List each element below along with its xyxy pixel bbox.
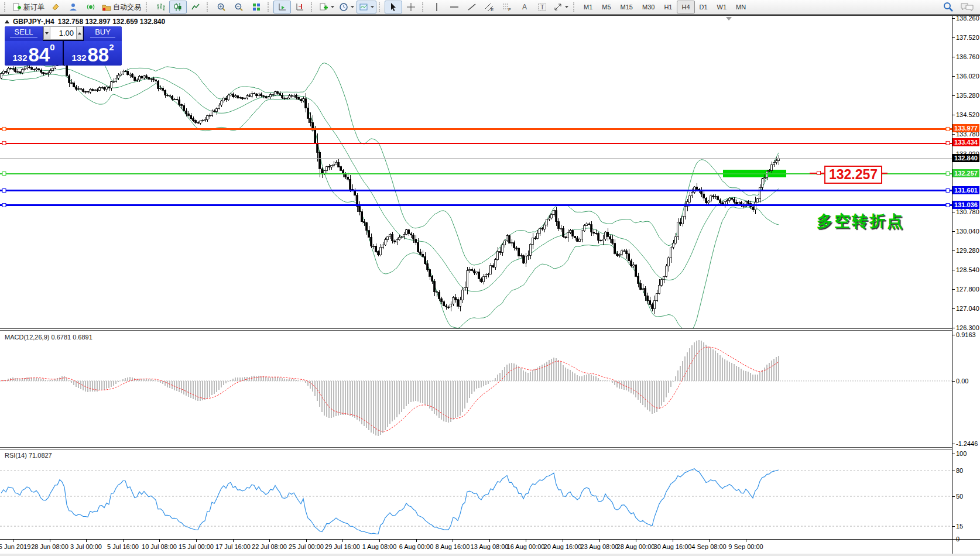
rsi-tick-mark	[952, 526, 955, 527]
price-tick-mark	[952, 115, 955, 115]
charts-button[interactable]	[47, 1, 64, 13]
signals-button[interactable]	[82, 1, 100, 13]
auto-trading-label: 自动交易	[113, 2, 141, 12]
time-tick-mark	[50, 539, 50, 542]
line-handle[interactable]	[2, 172, 6, 176]
candlestick-chart-icon	[173, 2, 183, 12]
timeframe-button-w1[interactable]: W1	[712, 1, 732, 13]
macd-pane[interactable]	[0, 331, 952, 447]
time-tick-mark	[196, 539, 197, 542]
line-handle[interactable]	[2, 204, 6, 207]
text-label-tool-button[interactable]: T	[533, 1, 551, 13]
turning-point-note[interactable]: 多空转折点	[817, 211, 904, 232]
buy-button[interactable]: BUY	[84, 26, 122, 41]
timeframe-toolbar: M1M5M15M30H1H4D1W1MN	[579, 1, 751, 13]
volume-decrease-button[interactable]	[43, 26, 50, 40]
time-axis-line	[0, 539, 980, 540]
arrows-tool-button[interactable]	[551, 1, 571, 13]
text-letter: A	[522, 3, 527, 11]
time-axis-label: 23 Aug 08:00	[581, 543, 619, 550]
line-handle[interactable]	[946, 141, 950, 145]
volume-input[interactable]	[50, 26, 76, 40]
line-handle[interactable]	[946, 172, 950, 176]
vertical-line-icon	[433, 2, 441, 12]
rsi-tick-mark	[952, 496, 955, 497]
sell-price-button[interactable]: 132 84 0	[5, 41, 63, 66]
sell-button[interactable]: SELL	[5, 26, 43, 41]
timeframe-button-d1[interactable]: D1	[695, 1, 712, 13]
line-chart-button[interactable]	[187, 1, 204, 13]
timeframe-button-m15[interactable]: M15	[616, 1, 638, 13]
candles	[1, 59, 780, 315]
horizontal-line-tool-button[interactable]	[446, 1, 463, 13]
rsi-indicator-label: RSI(14) 71.0827	[5, 452, 52, 459]
zoom-in-button[interactable]	[213, 1, 230, 13]
line-handle[interactable]	[946, 189, 950, 193]
rsi-tick-label: 80	[956, 467, 963, 474]
timeframe-button-m5[interactable]: M5	[597, 1, 615, 13]
volume-stepper	[43, 26, 83, 40]
new-order-button[interactable]: 新订单	[10, 1, 47, 13]
bar-chart-button[interactable]	[152, 1, 169, 13]
zoom-out-button[interactable]	[230, 1, 248, 13]
crosshair-button[interactable]	[402, 1, 420, 13]
cursor-button[interactable]	[385, 1, 402, 13]
chart-shift-marker-icon[interactable]	[726, 17, 732, 20]
time-tick-mark	[159, 539, 160, 542]
rsi-line	[1, 469, 779, 534]
line-handle[interactable]	[946, 204, 950, 207]
line-handle[interactable]	[946, 127, 950, 131]
rsi-pane[interactable]	[0, 449, 952, 539]
line-handle[interactable]	[2, 141, 6, 145]
volume-increase-button[interactable]	[76, 26, 83, 40]
timeframe-button-m30[interactable]: M30	[638, 1, 659, 13]
candlestick-chart-button[interactable]	[169, 1, 187, 13]
auto-scroll-button[interactable]	[273, 1, 291, 13]
vertical-line-tool-button[interactable]	[428, 1, 446, 13]
tile-windows-button[interactable]	[248, 1, 265, 13]
fibonacci-icon: F	[502, 2, 512, 12]
symbol-timeframe-label: GBPJPY-,H4	[13, 18, 54, 26]
time-axis-label: 22 Jul 08:00	[252, 543, 287, 550]
sell-price-prefix: 132	[12, 52, 27, 64]
time-axis-label: 16 Aug 00:00	[507, 543, 545, 550]
price-axis-line	[952, 16, 952, 554]
chart-shift-button[interactable]	[291, 1, 309, 13]
macd-tick-mark	[952, 335, 955, 335]
profiles-button[interactable]	[64, 1, 82, 13]
profile-icon	[68, 2, 78, 12]
time-tick-mark	[673, 539, 673, 542]
timeframe-button-h4[interactable]: H4	[677, 1, 694, 13]
chat-icon[interactable]	[960, 1, 974, 13]
templates-button[interactable]	[357, 1, 376, 13]
price-callout-132257[interactable]: 132.257	[824, 166, 882, 184]
line-handle[interactable]	[2, 189, 6, 193]
time-axis-label: 5 Jul 16:00	[107, 543, 139, 550]
price-tick-mark	[952, 231, 955, 232]
buy-price-button[interactable]: 132 88 2	[64, 41, 122, 66]
time-axis-label: 15 Jul 00:00	[179, 543, 214, 550]
rsi-tick-label: 50	[956, 493, 963, 500]
window-bottom-edge	[0, 554, 980, 556]
equidistant-channel-tool-button[interactable]: E	[481, 1, 498, 13]
line-handle[interactable]	[2, 127, 6, 131]
collapse-trade-panel-icon[interactable]	[5, 20, 9, 23]
callout-handle[interactable]	[817, 171, 821, 175]
timeframe-button-h1[interactable]: H1	[659, 1, 677, 13]
search-icon[interactable]	[943, 1, 954, 13]
trendline-icon	[467, 2, 477, 12]
time-axis-label: 28 Jun 08:00	[31, 543, 68, 550]
dropdown-caret-icon	[371, 6, 374, 8]
fibonacci-tool-button[interactable]: F	[498, 1, 516, 13]
text-tool-icon: A	[520, 2, 529, 12]
trendline-tool-button[interactable]	[463, 1, 481, 13]
price-tick-label: 137.520	[956, 34, 979, 41]
macd-tick-label: 0.9163	[956, 331, 976, 338]
auto-trading-button[interactable]: 自动交易	[100, 1, 143, 13]
timeframe-button-m1[interactable]: M1	[579, 1, 597, 13]
timeframe-button-mn[interactable]: MN	[731, 1, 751, 13]
periods-button[interactable]	[337, 1, 357, 13]
text-tool-button[interactable]: A	[516, 1, 533, 13]
indicators-button[interactable]	[317, 1, 337, 13]
dropdown-caret-icon	[351, 6, 354, 8]
